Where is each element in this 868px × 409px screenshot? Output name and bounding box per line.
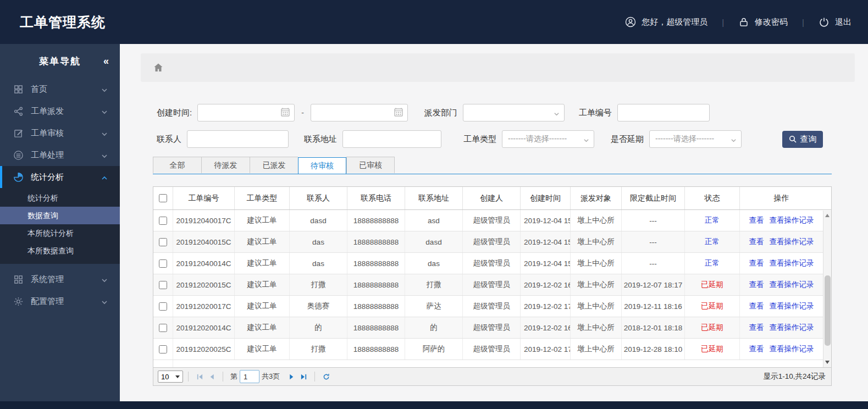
- greeting-text: 您好，超级管理员: [642, 17, 707, 27]
- view-log-link[interactable]: 查看操作记录: [770, 344, 814, 354]
- view-log-link[interactable]: 查看操作记录: [770, 301, 814, 311]
- address-input[interactable]: [342, 130, 441, 148]
- cell-created-time: 2019-12-02 17: [521, 296, 571, 317]
- row-checkbox[interactable]: [159, 259, 167, 268]
- delay-select[interactable]: -------请选择-------: [649, 130, 742, 148]
- lock-icon: [738, 16, 749, 27]
- cell-order-type: 建议工单: [235, 231, 290, 252]
- scroll-up-arrow[interactable]: [823, 212, 831, 219]
- view-log-link[interactable]: 查看操作记录: [770, 215, 814, 225]
- row-checkbox[interactable]: [159, 345, 167, 353]
- cell-order-id: 201912040015C: [173, 231, 235, 252]
- view-log-link[interactable]: 查看操作记录: [770, 280, 814, 290]
- top-header: 工单管理系统 您好，超级管理员 | 修改密码 | 退出: [0, 0, 868, 44]
- select-all-checkbox[interactable]: [159, 194, 167, 202]
- created-time-label: 创建时间:: [157, 108, 192, 118]
- contact-input[interactable]: [187, 130, 289, 148]
- gear-icon: [13, 296, 24, 307]
- row-checkbox[interactable]: [159, 302, 167, 311]
- prev-page-button[interactable]: [206, 371, 218, 383]
- tab-reviewed[interactable]: 已审核: [346, 157, 395, 173]
- order-id-input[interactable]: [617, 104, 710, 121]
- cell-dispatch-target: 墩上中心所: [571, 296, 622, 317]
- view-link[interactable]: 查看: [749, 323, 764, 333]
- status-badge: 已延期: [701, 323, 723, 333]
- view-log-link[interactable]: 查看操作记录: [770, 258, 814, 268]
- share-icon: [13, 106, 24, 117]
- work-order-table: 工单编号 工单类型 联系人 联系电话 联系地址 创建人 创建时间 派发对象 限定…: [153, 186, 832, 368]
- home-icon[interactable]: [153, 62, 164, 73]
- sidebar-subitem-statistics[interactable]: 统计分析: [0, 189, 120, 207]
- vertical-scrollbar[interactable]: [823, 211, 831, 367]
- sidebar-item-system[interactable]: 系统管理: [0, 268, 120, 290]
- created-time-start-input[interactable]: [197, 104, 295, 121]
- cell-contact: das: [290, 231, 347, 252]
- department-select[interactable]: [463, 104, 565, 121]
- record-summary: 显示1-10,共24记录: [764, 372, 826, 382]
- scroll-down-arrow[interactable]: [823, 358, 831, 366]
- sidebar-item-home[interactable]: 首页: [0, 78, 120, 100]
- first-page-button[interactable]: [193, 371, 206, 383]
- sidebar-subitem-data-query[interactable]: 数据查询: [0, 207, 120, 224]
- contact-label: 联系人: [157, 134, 181, 145]
- sidebar-subitem-branch-data-query[interactable]: 本所数据查询: [0, 242, 120, 259]
- page-number-input[interactable]: [240, 370, 259, 383]
- edit-icon: [13, 128, 24, 139]
- order-type-select[interactable]: -------请选择-------: [502, 130, 594, 148]
- row-checkbox[interactable]: [159, 281, 167, 289]
- cell-order-id: 201912020015C: [173, 274, 235, 295]
- last-page-button[interactable]: [297, 371, 309, 383]
- row-checkbox[interactable]: [159, 217, 167, 225]
- tab-dispatched[interactable]: 已派发: [250, 157, 298, 173]
- sidebar-item-process[interactable]: 工单处理: [0, 144, 120, 166]
- chevron-down-icon: [731, 136, 737, 142]
- view-link[interactable]: 查看: [749, 215, 764, 225]
- page-size-select[interactable]: 10: [158, 371, 183, 383]
- cell-phone: 18888888888: [347, 274, 405, 295]
- view-link[interactable]: 查看: [749, 344, 764, 354]
- cell-creator: 超级管理员: [463, 231, 521, 252]
- tab-pending-review[interactable]: 待审核: [298, 157, 346, 174]
- logout-button[interactable]: 退出: [819, 16, 852, 27]
- created-time-end-input[interactable]: [311, 104, 408, 121]
- next-page-button[interactable]: [285, 371, 297, 383]
- chevron-down-icon: [101, 108, 108, 114]
- view-link[interactable]: 查看: [749, 280, 764, 290]
- search-button[interactable]: 查询: [782, 131, 823, 148]
- view-link[interactable]: 查看: [749, 237, 764, 247]
- cell-creator: 超级管理员: [463, 339, 521, 360]
- view-link[interactable]: 查看: [749, 301, 764, 311]
- col-dispatch-target: 派发对象: [571, 187, 622, 209]
- row-checkbox[interactable]: [159, 238, 167, 246]
- status-badge: 已延期: [701, 301, 723, 311]
- cell-dispatch-target: 墩上中心所: [571, 210, 622, 231]
- chevron-down-icon: [554, 110, 560, 116]
- sidebar-item-config[interactable]: 配置管理: [0, 290, 120, 312]
- view-log-link[interactable]: 查看操作记录: [770, 323, 814, 333]
- pagination-bar: 10 第 共3页: [153, 368, 832, 386]
- cell-contact: das: [290, 253, 347, 274]
- sidebar-item-statistics[interactable]: 统计分析: [0, 166, 120, 188]
- refresh-icon[interactable]: [320, 371, 332, 383]
- change-password-button[interactable]: 修改密码: [738, 16, 788, 27]
- main-content: 创建时间: - 派发部门: [120, 44, 868, 401]
- scrollbar-thumb[interactable]: [825, 275, 831, 346]
- collapse-sidebar-button[interactable]: «: [103, 56, 108, 67]
- tab-pending-dispatch[interactable]: 待派发: [201, 157, 250, 173]
- cell-deadline: 2019-12-28 18:10: [622, 339, 685, 360]
- tab-all[interactable]: 全部: [153, 157, 201, 173]
- pie-chart-icon: [13, 172, 24, 183]
- user-greeting[interactable]: 您好，超级管理员: [625, 16, 707, 27]
- page-prefix: 第: [230, 372, 237, 382]
- view-link[interactable]: 查看: [749, 258, 764, 268]
- separator: |: [722, 18, 724, 27]
- sidebar-item-review[interactable]: 工单审核: [0, 122, 120, 144]
- row-checkbox[interactable]: [159, 324, 167, 332]
- cell-address: 打撒: [405, 274, 463, 295]
- cell-contact: dasd: [290, 210, 347, 231]
- sidebar-subitem-branch-statistics[interactable]: 本所统计分析: [0, 224, 120, 242]
- view-log-link[interactable]: 查看操作记录: [770, 237, 814, 247]
- order-id-label: 工单编号: [579, 108, 612, 118]
- sidebar-item-dispatch[interactable]: 工单派发: [0, 100, 120, 122]
- cell-deadline: 2019-12-11 18:16: [622, 296, 685, 317]
